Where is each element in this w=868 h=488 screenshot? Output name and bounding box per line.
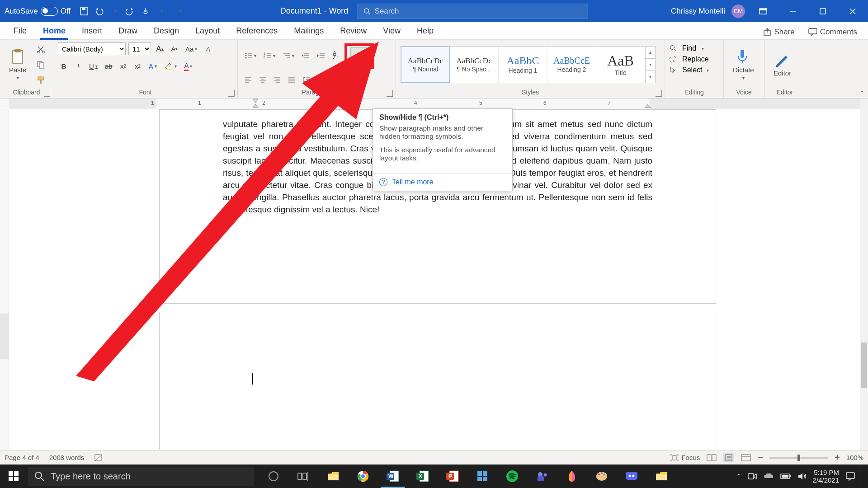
strikethrough-button[interactable]: ab <box>103 60 115 72</box>
zoom-in-button[interactable]: + <box>835 452 840 463</box>
spotify-icon[interactable] <box>497 465 527 488</box>
collapse-ribbon-icon[interactable]: ⌃ <box>859 89 864 96</box>
tab-mailings[interactable]: Mailings <box>286 23 332 39</box>
user-name[interactable]: Chrissy Montelli <box>671 7 725 16</box>
show-hide-paragraph-button[interactable]: ¶ <box>350 47 368 65</box>
decrease-indent-button[interactable] <box>299 49 312 62</box>
file-explorer-icon[interactable] <box>318 465 348 488</box>
taskbar-search[interactable]: Type here to search <box>28 467 254 486</box>
style-nospacing[interactable]: AaBbCcDc¶ No Spac... <box>450 47 499 83</box>
style-heading2[interactable]: AaBbCcEHeading 2 <box>547 47 596 83</box>
highlight-button[interactable] <box>162 60 179 72</box>
meet-now-icon[interactable] <box>748 473 757 480</box>
shading-button[interactable] <box>319 73 335 86</box>
search-box[interactable] <box>357 4 588 19</box>
mspaint-icon[interactable] <box>587 465 617 488</box>
tray-overflow-icon[interactable]: ⌃ <box>736 473 741 480</box>
undo-dropdown-icon[interactable] <box>110 7 119 16</box>
tab-draw[interactable]: Draw <box>110 23 146 39</box>
comments-button[interactable]: Comments <box>804 25 862 39</box>
justify-button[interactable] <box>286 73 297 86</box>
share-button[interactable]: Share <box>759 25 799 39</box>
tooltip-tell-me-more[interactable]: ? Tell me more <box>373 173 512 191</box>
excel-icon[interactable]: X <box>408 465 438 488</box>
zoom-out-button[interactable]: − <box>758 452 763 463</box>
qat-customize-icon[interactable] <box>175 7 184 16</box>
spell-check-icon[interactable] <box>94 454 103 462</box>
text-effects-button[interactable]: A <box>146 60 160 72</box>
tab-file[interactable]: File <box>5 23 35 39</box>
hanging-indent-marker[interactable] <box>252 104 259 109</box>
horizontal-ruler[interactable]: 1 1 2 3 4 5 6 7 <box>0 99 860 109</box>
volume-icon[interactable] <box>797 472 807 480</box>
minimize-button[interactable] <box>781 0 805 22</box>
tab-help[interactable]: Help <box>409 23 442 39</box>
battery-icon[interactable] <box>780 473 791 479</box>
replace-button[interactable]: abReplace <box>670 55 709 63</box>
bold-button[interactable]: B <box>58 60 70 72</box>
styles-gallery[interactable]: AaBbCcDc¶ Normal AaBbCcDc¶ No Spac... Aa… <box>401 46 656 83</box>
focus-mode-button[interactable]: Focus <box>670 454 700 461</box>
superscript-button[interactable]: x2 <box>132 60 144 72</box>
discord-icon[interactable] <box>617 465 646 488</box>
find-button[interactable]: Find▾ <box>670 44 704 52</box>
zoom-slider[interactable] <box>769 457 828 459</box>
zoom-level[interactable]: 100% <box>846 454 863 461</box>
scrollbar-thumb[interactable] <box>861 343 867 388</box>
dictate-button[interactable]: Dictate▾ <box>728 46 759 83</box>
teams-icon[interactable] <box>527 465 557 488</box>
copy-button[interactable] <box>34 58 47 71</box>
vertical-ruler[interactable] <box>0 109 9 465</box>
tab-layout[interactable]: Layout <box>187 23 228 39</box>
action-center-icon[interactable] <box>845 472 855 481</box>
right-indent-marker[interactable] <box>645 104 651 109</box>
paste-button[interactable]: Paste ▾ <box>5 46 31 83</box>
format-painter-button[interactable] <box>34 74 47 86</box>
align-right-button[interactable] <box>271 73 283 86</box>
borders-button[interactable] <box>338 73 354 86</box>
paint3d-icon[interactable] <box>557 465 587 488</box>
user-avatar[interactable]: CM <box>731 5 745 18</box>
tab-insert[interactable]: Insert <box>74 23 110 39</box>
editor-button[interactable]: Editor <box>769 49 796 80</box>
touch-dropdown-icon[interactable] <box>156 7 165 16</box>
grow-font-button[interactable]: A▴ <box>154 42 166 55</box>
redo-icon[interactable] <box>126 7 135 16</box>
read-mode-button[interactable] <box>706 453 717 462</box>
powerpoint-icon[interactable]: P <box>438 465 467 488</box>
cortana-icon[interactable] <box>259 465 288 488</box>
ribbon-display-icon[interactable] <box>751 0 775 22</box>
multilevel-list-button[interactable] <box>280 49 297 62</box>
line-spacing-button[interactable] <box>300 73 316 86</box>
vertical-scrollbar[interactable] <box>860 99 868 465</box>
increase-indent-button[interactable] <box>315 49 327 62</box>
style-normal[interactable]: AaBbCcDc¶ Normal <box>401 47 450 83</box>
tab-design[interactable]: Design <box>146 23 187 39</box>
align-left-button[interactable] <box>242 73 254 86</box>
maximize-button[interactable] <box>811 0 835 22</box>
chrome-icon[interactable] <box>348 465 378 488</box>
save-icon[interactable] <box>80 7 89 16</box>
file-explorer2-icon[interactable] <box>646 465 676 488</box>
font-size-combo[interactable]: 11 <box>128 42 151 55</box>
shrink-font-button[interactable]: A▾ <box>169 42 180 55</box>
numbering-button[interactable]: 123 <box>261 49 278 62</box>
tab-review[interactable]: Review <box>332 23 375 39</box>
calculator-icon[interactable] <box>467 465 497 488</box>
word-count[interactable]: 2008 words <box>49 454 85 461</box>
cut-button[interactable] <box>34 43 47 56</box>
close-button[interactable] <box>841 0 864 22</box>
font-name-combo[interactable]: Calibri (Body) <box>58 42 126 55</box>
font-color-button[interactable]: A <box>182 60 194 72</box>
tab-view[interactable]: View <box>375 23 409 39</box>
font-launcher-icon[interactable] <box>228 90 235 97</box>
search-input[interactable] <box>375 7 582 16</box>
styles-gallery-spinner[interactable]: ▴▾▾ <box>645 47 655 83</box>
word-icon[interactable]: W <box>378 465 408 488</box>
show-desktop-button[interactable] <box>862 465 864 488</box>
styles-launcher-icon[interactable] <box>656 90 662 97</box>
tab-references[interactable]: References <box>228 23 286 39</box>
align-center-button[interactable] <box>257 73 269 86</box>
onedrive-icon[interactable] <box>763 473 774 480</box>
taskbar-clock[interactable]: 5:19 PM 2/4/2021 <box>813 469 839 484</box>
